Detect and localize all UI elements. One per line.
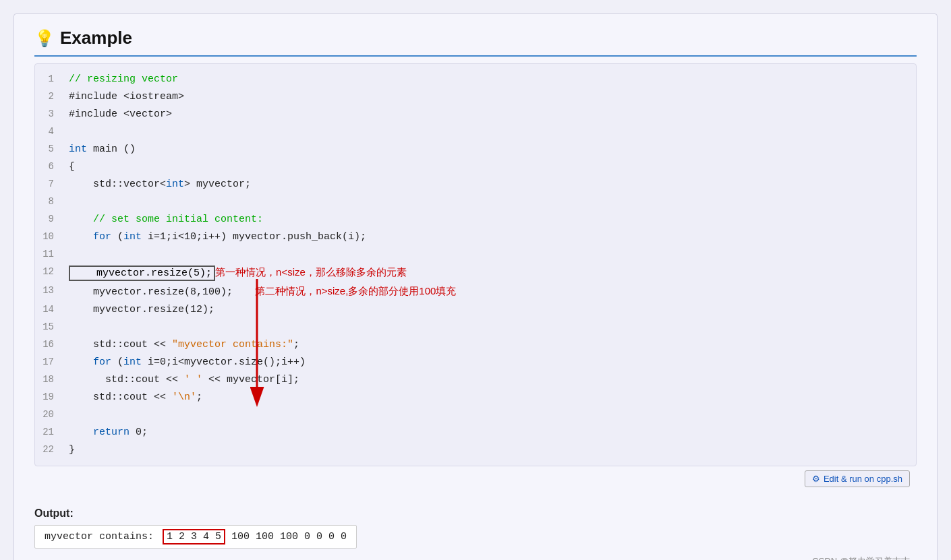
- code-line-17: 17 for (int i=0;i<myvector.size();i++): [35, 354, 916, 371]
- code-line-1: 1 // resizing vector: [35, 71, 916, 88]
- title-text: Example: [60, 28, 132, 49]
- footer-text: CSDN @努力学习养吉吉: [812, 556, 910, 560]
- edit-run-button[interactable]: ⚙ Edit & run on cpp.sh: [805, 470, 910, 487]
- code-line-11: 11: [35, 246, 916, 263]
- code-wrapper: 1 // resizing vector 2 #include <iostrea…: [34, 63, 917, 466]
- gear-icon: ⚙: [812, 474, 820, 484]
- code-line-22: 22 }: [35, 441, 916, 459]
- code-line-8: 8: [35, 193, 916, 211]
- code-line-19: 19 std::cout << '\n';: [35, 389, 916, 406]
- resize5-boxed: myvector.resize(5);: [69, 266, 215, 281]
- code-line-20: 20: [35, 406, 916, 424]
- code-block: 1 // resizing vector 2 #include <iostrea…: [34, 63, 917, 466]
- code-line-12: 12 myvector.resize(5);第一种情况，n<size，那么移除多…: [35, 263, 916, 282]
- code-line-16: 16 std::cout << "myvector contains:";: [35, 336, 916, 354]
- code-line-21: 21 return 0;: [35, 424, 916, 441]
- code-line-4: 4: [35, 123, 916, 141]
- code-line-18: 18 std::cout << ' ' << myvector[i];: [35, 371, 916, 389]
- code-line-10: 10 for (int i=1;i<10;i++) myvector.push_…: [35, 228, 916, 246]
- code-line-2: 2 #include <iostream>: [35, 88, 916, 106]
- main-container: 💡 Example 1 // resizing vector 2 #includ…: [13, 13, 938, 560]
- annotation-line13: 第二种情况，n>size,多余的部分使用100填充: [233, 285, 456, 297]
- code-line-7: 7 std::vector<int> myvector;: [35, 176, 916, 193]
- code-line-3: 3 #include <vector>: [35, 106, 916, 123]
- csdn-footer: CSDN @努力学习养吉吉: [34, 555, 917, 560]
- code-line-14: 14 myvector.resize(12);: [35, 301, 916, 319]
- output-content: myvector contains: 1 2 3 4 5 100 100 100…: [34, 525, 357, 549]
- code-line-9: 9 // set some initial content:: [35, 211, 916, 228]
- annotation-line12: 第一种情况，n<size，那么移除多余的元素: [215, 266, 407, 278]
- edit-btn-row: ⚙ Edit & run on cpp.sh: [34, 470, 917, 487]
- output-highlighted: 1 2 3 4 5: [163, 529, 225, 545]
- code-line-13: 13 myvector.resize(8,100); 第二种情况，n>size,…: [35, 282, 916, 301]
- code-line-6: 6 {: [35, 158, 916, 176]
- output-section: Output: myvector contains: 1 2 3 4 5 100…: [34, 507, 917, 549]
- page-title: 💡 Example: [34, 28, 917, 57]
- code-line-5: 5 int main (): [35, 141, 916, 158]
- bulb-icon: 💡: [34, 29, 55, 48]
- output-label: Output:: [34, 507, 917, 520]
- output-prefix: myvector contains:: [45, 531, 154, 542]
- code-line-15: 15: [35, 319, 916, 336]
- edit-button-label: Edit & run on cpp.sh: [824, 474, 902, 484]
- output-rest: 100 100 100 0 0 0 0: [225, 531, 347, 542]
